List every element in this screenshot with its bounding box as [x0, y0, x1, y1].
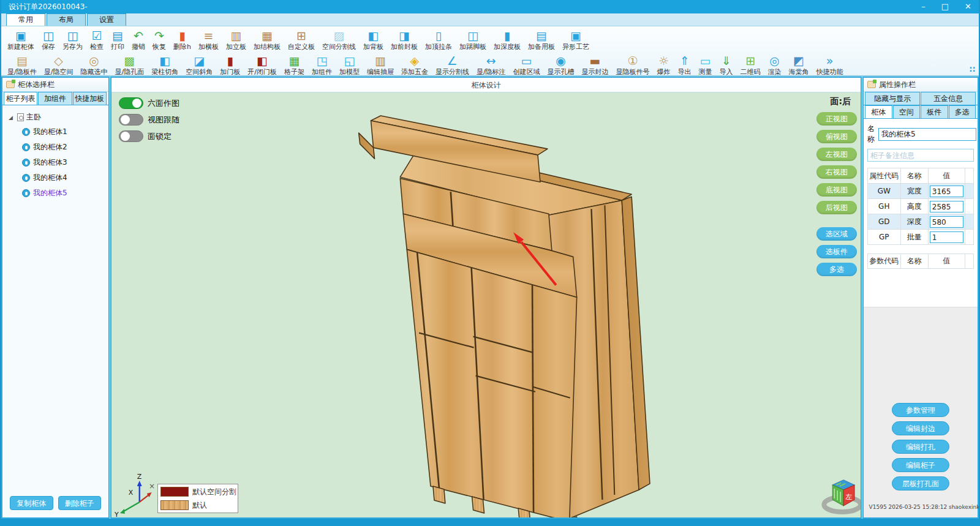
toolbar-button[interactable]: ◨ 加前封板: [387, 29, 421, 51]
toolbar-button[interactable]: ◇ 显/隐空间: [40, 54, 77, 77]
toolbar-button[interactable]: ① 显隐板件号: [612, 54, 654, 77]
toolbar-button[interactable]: ◧ 开/闭门板: [244, 54, 281, 77]
toolbar-button[interactable]: ◫ 另存为: [59, 29, 86, 51]
tree-item-cabinet[interactable]: 我的柜体1: [5, 124, 106, 140]
tree-item-cabinet[interactable]: 我的柜体4: [5, 170, 106, 186]
right-panel-tab[interactable]: 五金信息: [921, 92, 976, 105]
select-mode-button[interactable]: 选区域: [816, 227, 857, 241]
toolbar-button[interactable]: ≡ 加横板: [195, 29, 222, 51]
edit-action-button[interactable]: 参数管理: [892, 403, 949, 417]
legend-close-icon[interactable]: ×: [148, 482, 156, 490]
toolbar-button[interactable]: ◎ 渲染: [764, 54, 785, 77]
toolbar-button[interactable]: ▯ 加顶拉条: [421, 29, 456, 51]
toolbar-button[interactable]: ⊞ 二维码: [737, 54, 764, 77]
toolbar-button[interactable]: ☼ 爆炸: [654, 54, 674, 77]
view-button[interactable]: 底视图: [816, 183, 857, 197]
toolbar-button[interactable]: ▮ 加深度板: [490, 29, 524, 51]
view-button[interactable]: 右视图: [816, 165, 857, 179]
edit-action-button[interactable]: 编辑柜子: [892, 458, 949, 472]
attribute-value-input[interactable]: 580: [930, 216, 963, 228]
left-panel-tab[interactable]: 快捷加板: [73, 92, 107, 105]
toolbar-button[interactable]: ◧ 梁柱切角: [148, 54, 182, 77]
ribbon-tab[interactable]: 布局: [47, 13, 86, 26]
toolbar-button[interactable]: ◳ 加组件: [308, 54, 336, 77]
toolbar-button[interactable]: ▬ 显示封边: [578, 54, 612, 77]
attribute-value-input[interactable]: 1: [930, 231, 963, 243]
view-button[interactable]: 俯视图: [816, 130, 857, 143]
tree-root-room[interactable]: ◢ 主卧: [5, 110, 106, 124]
left-panel-tab[interactable]: 柜子列表: [4, 92, 37, 105]
cabinet-action-button[interactable]: 复制柜体: [10, 496, 53, 510]
right-panel-tab[interactable]: 隐藏与显示: [865, 92, 920, 105]
attribute-value-input[interactable]: 3165: [930, 186, 963, 197]
toolbar-button[interactable]: ▣ 异形工艺: [559, 29, 593, 51]
right-panel-sub-tab[interactable]: 柜体: [865, 105, 892, 118]
view-button[interactable]: 后视图: [816, 201, 857, 214]
cabinet-name-input[interactable]: [878, 128, 976, 141]
edit-action-button[interactable]: 编辑封边: [892, 421, 949, 435]
toolbar-button[interactable]: ▤ 打印: [107, 29, 128, 51]
toggle-switch[interactable]: [119, 97, 143, 109]
cabinet-remark-input[interactable]: [867, 149, 974, 162]
toolbar-button[interactable]: ◎ 隐藏选中: [77, 54, 111, 77]
toolbar-button[interactable]: ∠ 显示分割线: [432, 54, 473, 77]
toolbar-button[interactable]: ▭ 创建区域: [510, 54, 544, 77]
toolbar-button[interactable]: ◩ 海棠角: [785, 54, 813, 77]
select-mode-button[interactable]: 多选: [816, 263, 857, 276]
tree-expander-icon[interactable]: ◢: [9, 115, 15, 121]
toolbar-button[interactable]: ◱ 加模型: [336, 54, 363, 77]
toolbar-button[interactable]: ▦ 加结构板: [250, 29, 284, 51]
wardrobe-3d-render[interactable]: Z X Y 左: [111, 92, 861, 517]
toolbar-button[interactable]: ▮ 加门板: [216, 54, 244, 77]
select-mode-button[interactable]: 选板件: [816, 245, 857, 258]
toolbar-button[interactable]: ◪ 空间斜角: [182, 54, 216, 77]
toolbar-button[interactable]: ▥ 加立板: [222, 29, 250, 51]
toggle-switch[interactable]: [119, 114, 143, 126]
toolbar-button[interactable]: ↷ 恢复: [149, 29, 170, 51]
right-panel-sub-tab[interactable]: 板件: [921, 105, 948, 118]
tree-item-cabinet[interactable]: 我的柜体5: [5, 186, 106, 201]
minimize-button[interactable]: –: [921, 0, 925, 13]
toolbar-button[interactable]: ▤ 加备用板: [524, 29, 559, 51]
toolbar-button[interactable]: ▤ 显/隐板件: [4, 54, 40, 77]
toolbar-button[interactable]: ▩ 显/隐孔面: [111, 54, 148, 77]
toolbar-button[interactable]: ◧ 加背板: [360, 29, 387, 51]
close-button[interactable]: ✕: [965, 0, 971, 13]
left-panel-tab[interactable]: 加组件: [38, 92, 72, 105]
attribute-value-input[interactable]: 2585: [930, 201, 963, 212]
toolbar-button[interactable]: ⇑ 导出: [674, 54, 695, 77]
toolbar-button[interactable]: ◫ 加踢脚板: [456, 29, 490, 51]
edit-action-button[interactable]: 编辑打孔: [892, 440, 949, 454]
maximize-button[interactable]: □: [941, 0, 949, 13]
toolbar-button[interactable]: ↔ 显/隐标注: [473, 54, 510, 77]
toggle-switch[interactable]: [119, 130, 143, 142]
tree-item-cabinet[interactable]: 我的柜体3: [5, 155, 106, 170]
tree-item-cabinet[interactable]: 我的柜体2: [5, 140, 106, 155]
toolbar-button[interactable]: ▨ 空间分割线: [318, 29, 360, 51]
toolbar-button[interactable]: ◫ 保存: [38, 29, 59, 51]
toggle-label: 六面作图: [148, 98, 179, 109]
toolbar-button[interactable]: ⇓ 导入: [716, 54, 737, 77]
toolbar-button[interactable]: ◉ 显示孔槽: [544, 54, 578, 77]
ribbon-tab[interactable]: 常用: [6, 13, 45, 26]
toolbar-button[interactable]: ☑ 检查: [86, 29, 107, 51]
cabinet-action-button[interactable]: 删除柜子: [58, 496, 102, 510]
toolbar-button[interactable]: ▣ 新建柜体: [4, 29, 38, 51]
toolbar-button[interactable]: ▮ 删除h: [170, 29, 195, 51]
ribbon-tab[interactable]: 设置: [87, 13, 126, 26]
design-canvas[interactable]: Z X Y 左: [111, 92, 861, 517]
view-button[interactable]: 左视图: [816, 148, 857, 161]
toolbar-overflow-icon[interactable]: ∷: [970, 65, 975, 74]
edit-action-button[interactable]: 层板打孔面: [892, 476, 949, 490]
right-panel-sub-tab[interactable]: 多选: [949, 105, 976, 118]
right-panel-sub-tab[interactable]: 空间: [893, 105, 921, 118]
toolbar-button[interactable]: ⊞ 自定义板: [284, 29, 318, 51]
toolbar-button[interactable]: » 快捷功能: [813, 54, 847, 77]
toolbar-button[interactable]: ▦ 格子架: [281, 54, 308, 77]
toolbar-button[interactable]: ▥ 编辑抽屉: [363, 54, 398, 77]
toolbar-button[interactable]: ▭ 测量: [695, 54, 716, 77]
view-cube[interactable]: 左: [824, 480, 861, 512]
view-button[interactable]: 正视图: [816, 112, 857, 126]
toolbar-button[interactable]: ◈ 添加五金: [398, 54, 432, 77]
toolbar-button[interactable]: ↶ 撤销: [128, 29, 149, 51]
